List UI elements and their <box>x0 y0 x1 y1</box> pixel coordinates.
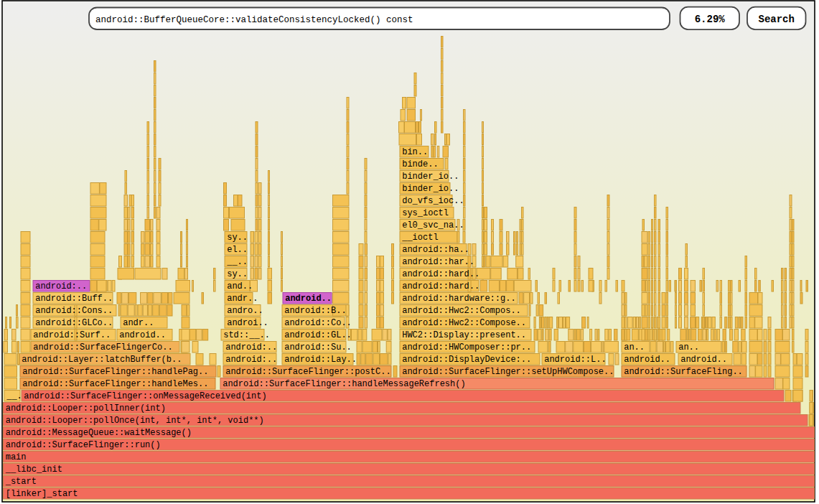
svg-text:andr..: andr.. <box>123 318 154 328</box>
svg-text:android::har..: android::har.. <box>402 257 474 267</box>
svg-text:android..: android.. <box>680 355 727 365</box>
svg-text:android::Cons..: android::Cons.. <box>35 306 113 316</box>
svg-text:an..: an.. <box>678 342 699 353</box>
svg-text:android::hard..: android::hard.. <box>402 281 479 291</box>
svg-text:android::SurfaceFling..: android::SurfaceFling.. <box>624 367 743 377</box>
svg-text:android::BufferQueueCore::vali: android::BufferQueueCore::validateConsis… <box>95 15 413 25</box>
svg-text:android::GL..: android::GL.. <box>284 330 352 340</box>
svg-text:andr..: andr.. <box>227 294 258 304</box>
svg-text:android::Looper::pollOnce(int,: android::Looper::pollOnce(int, int*, int… <box>6 416 264 426</box>
svg-text:androi..: androi.. <box>227 318 268 328</box>
svg-text:do_vfs_ioc..: do_vfs_ioc.. <box>402 196 464 206</box>
svg-text:android::Su..: android::Su.. <box>284 342 352 353</box>
svg-text:[linker]_start: [linker]_start <box>6 489 78 499</box>
svg-text:android::SurfaceFlinger::run(): android::SurfaceFlinger::run() <box>6 440 161 450</box>
svg-text:android::Surf..: android::Surf.. <box>33 330 111 340</box>
svg-text:android:..: android:.. <box>225 355 277 365</box>
svg-text:android::Co..: android::Co.. <box>284 318 352 328</box>
svg-text:andro..: andro.. <box>227 306 263 316</box>
svg-text:__libc_init: __libc_init <box>5 465 62 475</box>
svg-text:android..: android.. <box>119 330 166 340</box>
svg-text:android..: android.. <box>285 294 332 304</box>
svg-text:android::SurfaceFlinger::setUp: android::SurfaceFlinger::setUpHWCompose.… <box>402 367 614 377</box>
svg-text:android::SurfaceFlinger::handl: android::SurfaceFlinger::handleMessageRe… <box>223 379 465 389</box>
svg-text:android::Buff..: android::Buff.. <box>35 294 113 304</box>
svg-text:android::hard..: android::hard.. <box>402 269 479 279</box>
svg-text:android::hardware::g..: android::hardware::g.. <box>402 294 515 304</box>
svg-text:android::SurfaceFlinger::handl: android::SurfaceFlinger::handlePag.. <box>22 367 208 377</box>
svg-text:binder_io..: binder_io.. <box>402 172 459 182</box>
svg-text:_start: _start <box>5 477 37 487</box>
svg-text:el0_svc_na..: el0_svc_na.. <box>402 220 464 230</box>
svg-text:android::SurfaceFlinger::onMes: android::SurfaceFlinger::onMessageReceiv… <box>24 391 266 401</box>
svg-text:an..: an.. <box>624 342 645 353</box>
svg-text:and..: and.. <box>227 281 253 291</box>
svg-text:__..: __.. <box>226 257 248 267</box>
svg-text:android:..: android:.. <box>35 281 87 291</box>
svg-text:HWC2::Display::present..: HWC2::Display::present.. <box>402 330 526 340</box>
svg-text:android::Looper::pollInner(int: android::Looper::pollInner(int) <box>6 403 166 414</box>
svg-text:main: main <box>6 452 27 462</box>
svg-text:android::HWComposer::pr..: android::HWComposer::pr.. <box>402 342 531 353</box>
svg-text:Search: Search <box>758 14 794 25</box>
svg-text:android::DisplayDevice:..: android::DisplayDevice:.. <box>402 355 531 365</box>
svg-text:android::ha..: android::ha.. <box>402 245 469 255</box>
svg-text:android::Lay..: android::Lay.. <box>284 355 357 365</box>
svg-text:android::Layer::latchBuffer(b.: android::Layer::latchBuffer(b.. <box>22 355 182 365</box>
svg-text:sys_ioctl: sys_ioctl <box>402 208 449 218</box>
svg-text:android::GLCo..: android::GLCo.. <box>35 318 113 328</box>
svg-text:android::MessageQueue::waitMes: android::MessageQueue::waitMessage() <box>6 428 192 438</box>
svg-text:android::B..: android::B.. <box>284 306 346 316</box>
svg-text:6.29%: 6.29% <box>695 14 726 25</box>
svg-text:bin..: bin.. <box>402 147 428 157</box>
svg-text:android:..: android:.. <box>225 342 277 353</box>
svg-text:sy..: sy.. <box>227 233 248 243</box>
svg-text:android::Hwc2::Compose..: android::Hwc2::Compose.. <box>402 318 526 328</box>
svg-text:sy..: sy.. <box>227 269 248 279</box>
svg-text:__.: __. <box>6 391 22 401</box>
svg-text:binde..: binde.. <box>402 159 438 169</box>
svg-text:android..: android.. <box>624 355 670 365</box>
svg-text:__ioctl: __ioctl <box>401 233 438 243</box>
svg-text:el..: el.. <box>227 245 248 255</box>
svg-text:android::SurfaceFlinger::handl: android::SurfaceFlinger::handleMes.. <box>22 379 208 389</box>
svg-text:android::SurfaceFlinger::postC: android::SurfaceFlinger::postC.. <box>225 367 390 377</box>
svg-text:binder_io..: binder_io.. <box>402 184 459 194</box>
svg-text:android::SurfaceFlingerCo..: android::SurfaceFlingerCo.. <box>33 342 172 353</box>
svg-text:android::L..: android::L.. <box>544 355 606 365</box>
svg-text:android::Hwc2::Compos..: android::Hwc2::Compos.. <box>402 306 521 316</box>
svg-text:std::__..: std::__.. <box>223 330 270 340</box>
